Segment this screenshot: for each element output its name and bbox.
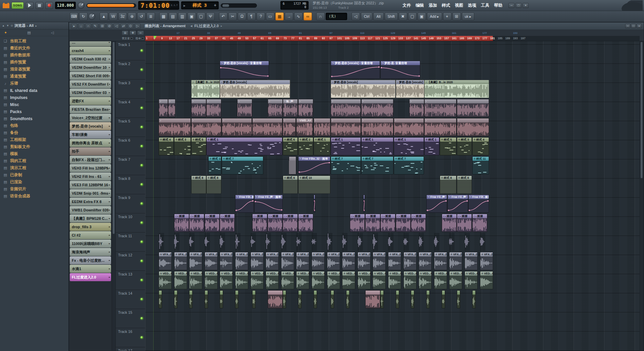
track-header-3[interactable]: Track 3: [116, 80, 145, 99]
typing-keyboard-icon[interactable]: ⌨: [70, 12, 78, 20]
menu-item-7[interactable]: 帮助: [492, 2, 504, 9]
mixer-window-icon[interactable]: ▣: [187, 12, 196, 20]
playlist-clip[interactable]: ♪: [331, 118, 361, 136]
shop-icon[interactable]: ⊞: [452, 12, 461, 20]
pattern-add-icon[interactable]: +: [214, 3, 216, 8]
picker-item-8[interactable]: FIESTA Brazilian Bass...◂▸: [70, 105, 111, 113]
playlist-clip[interactable]: [189, 290, 193, 308]
playlist-clip[interactable]: [426, 290, 430, 308]
secondary-slider-handle[interactable]: [222, 4, 229, 7]
playlist-clip[interactable]: ≣VFX..21: [220, 252, 233, 270]
playlist-clip[interactable]: ∿: [363, 195, 365, 213]
playlist-clip[interactable]: [289, 156, 296, 174]
browser-item-21[interactable]: ▤音频切片: [0, 186, 68, 193]
track-mute-led[interactable]: [141, 183, 143, 186]
playlist-clip[interactable]: ♪梦然-是你 [vocals]: [220, 80, 290, 98]
playlist-clip[interactable]: ≣样式 8: [440, 176, 457, 194]
playlist-clip[interactable]: ∿梦然-是你 [vocals] - 音量倍增: [220, 61, 269, 79]
track-header-4[interactable]: Track 4: [116, 99, 145, 118]
playlist-clip[interactable]: ≣样式 9: [283, 176, 298, 194]
main-volume-slider[interactable]: [87, 3, 136, 8]
browser-up-icon[interactable]: ▲: [2, 24, 5, 27]
playlist-clip[interactable]: ≣样式 3: [174, 137, 191, 155]
playlist-clip[interactable]: [346, 290, 350, 308]
metronome-icon[interactable]: ▲: [100, 12, 108, 20]
playlist-clip[interactable]: [457, 290, 460, 308]
playlist-clip[interactable]: ≣VED...03: [449, 271, 462, 289]
menu-item-6[interactable]: 工具: [479, 2, 491, 9]
pattern-selector[interactable]: ▶ 样式 3 +: [181, 1, 219, 9]
browser-item-22[interactable]: ▤语音合成器: [0, 193, 68, 200]
playlist-clip[interactable]: ≣VFX..21: [465, 252, 478, 270]
playlist-clip[interactable]: ≣VED...03: [342, 271, 355, 289]
checkbox-icon[interactable]: [142, 37, 144, 40]
delete-tool-icon[interactable]: ⊘: [106, 23, 112, 29]
minimize-button[interactable]: ─: [508, 3, 515, 8]
playlist-clip[interactable]: [342, 233, 347, 251]
playlist-clip[interactable]: ♪: [237, 99, 252, 117]
playlist-clip[interactable]: ♪: [283, 118, 296, 136]
playlist-clip[interactable]: ∿Free Filte..32 - 频率: [298, 156, 330, 174]
playlist-clip[interactable]: [268, 290, 283, 308]
browser-item-6[interactable]: ♪乐谱: [0, 80, 68, 87]
drag-grip-icon[interactable]: ◂▸: [108, 142, 110, 144]
plugin-picker-icon[interactable]: ✦: [4, 31, 7, 35]
drag-grip-icon[interactable]: ◂▸: [108, 276, 110, 279]
playlist-clip[interactable]: ♪- 摇摆: [283, 214, 298, 232]
track-mute-led[interactable]: [141, 298, 143, 300]
picker-item-18[interactable]: VEDM Snip 001 -9ms...◂▸: [70, 189, 111, 197]
track-header-10[interactable]: Track 10: [116, 213, 145, 233]
playlist-clip[interactable]: ≣VED...03: [220, 271, 233, 289]
playlist-clip[interactable]: [220, 233, 225, 251]
playlist-clip[interactable]: ≣样式 11: [472, 156, 489, 174]
playlist-clip[interactable]: [235, 290, 238, 308]
playlist-clip[interactable]: [296, 233, 302, 251]
play-button[interactable]: [26, 2, 34, 9]
playlist-clip[interactable]: ≣样式 4: [159, 137, 174, 155]
browser-item-9[interactable]: ▤Misc: [0, 101, 68, 108]
playlist-clip[interactable]: ♪: [268, 99, 283, 117]
playlist-clip[interactable]: [331, 290, 334, 308]
playlist-clip[interactable]: ≣VFX..21: [388, 252, 401, 270]
playlist-clip[interactable]: ≣VED...03: [266, 271, 279, 289]
browser-item-11[interactable]: ▤Soundfonts: [0, 115, 68, 122]
playlist-clip[interactable]: ≣VFX..21: [205, 252, 218, 270]
playlist-clip[interactable]: ♪: [206, 99, 221, 117]
playlist-clip[interactable]: ≣样式 1: [314, 137, 330, 155]
playlist-clip[interactable]: ♪【典藏】B...ix 2020: [424, 80, 489, 98]
browser-item-15[interactable]: ▤剪贴板文件: [0, 143, 68, 150]
drag-grip-icon[interactable]: ◂▸: [108, 209, 110, 211]
playlist-clip[interactable]: ♪: [159, 99, 168, 117]
snap-selector[interactable]: (无): [326, 13, 347, 20]
drag-grip-icon[interactable]: ◂▸: [108, 192, 110, 195]
playlist-clip[interactable]: ♪: [457, 118, 489, 136]
playlist-clip[interactable]: ∿Free Fil..声 - 频率: [447, 195, 468, 213]
track-header-1[interactable]: Track 1: [116, 41, 145, 60]
playlist-clip[interactable]: [174, 233, 179, 251]
browser-item-18[interactable]: ▤演示工程: [0, 164, 68, 171]
track-header-15[interactable]: Track 15: [116, 309, 145, 328]
timeline-ruler[interactable]: 1591317212529333741454953576165697377818…: [145, 36, 640, 41]
picker-item-23[interactable]: CI #2◂▸: [70, 231, 111, 239]
playlist-clip[interactable]: ♪: [409, 99, 424, 117]
track-mute-led[interactable]: [141, 279, 143, 281]
playlist-clip[interactable]: [298, 290, 302, 308]
playlist-clip[interactable]: ≣VFX..21: [358, 252, 371, 270]
playlist-clip[interactable]: ≣样式 1: [206, 137, 282, 155]
browser-item-5[interactable]: ▤通道预置: [0, 73, 68, 80]
playlist-clip[interactable]: ♪- 摇摆: [350, 214, 365, 232]
checkbox-icon[interactable]: [130, 37, 133, 40]
tempo-display[interactable]: 128.000: [55, 2, 76, 9]
chat-icon[interactable]: ¶: [247, 12, 256, 20]
playlist-clip[interactable]: ≣VED...03: [205, 271, 218, 289]
picker-item-12[interactable]: 拥抱你离去 原鼓点◂▸: [70, 139, 111, 147]
countdown-icon[interactable]: 3z: [118, 12, 127, 20]
track-header-13[interactable]: Track 13: [116, 271, 145, 290]
playlist-clip[interactable]: [205, 290, 208, 308]
picker-item-26[interactable]: Fx - 电音小过度效...◂▸: [70, 256, 111, 264]
secondary-slider[interactable]: [221, 3, 257, 8]
picker-item-15[interactable]: VEH3 Fill Ins 128BPM◂▸: [70, 164, 111, 172]
time-display[interactable]: 7:01:00 E.S.T: [138, 1, 179, 10]
drag-grip-icon[interactable]: ◂▸: [108, 200, 110, 203]
record-button[interactable]: [45, 2, 53, 9]
